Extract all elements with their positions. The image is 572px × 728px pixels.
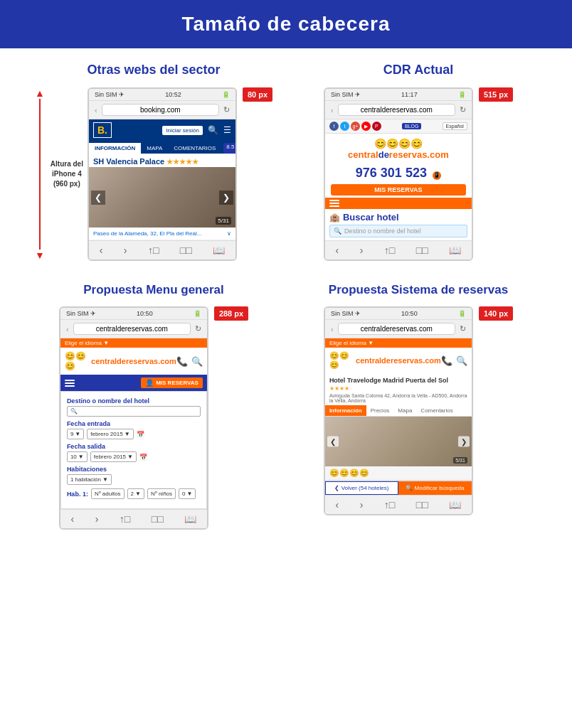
image-prev-btn[interactable]: ❮ xyxy=(91,191,105,205)
blog-btn[interactable]: BLOG xyxy=(402,123,421,129)
cdr-back-icon[interactable]: ‹ xyxy=(331,106,334,114)
lang-btn[interactable]: Español xyxy=(443,122,467,130)
expand-icon[interactable]: ∨ xyxy=(227,230,231,237)
fecha-entrada-month-select[interactable]: febrero 2015 ▼ xyxy=(87,429,133,439)
cdr-nav-back[interactable]: ‹ xyxy=(336,245,339,256)
nav-bookmarks[interactable]: 📖 xyxy=(213,245,225,256)
menu-nav-tabs[interactable]: □□ xyxy=(152,513,164,525)
reservas-search-icon[interactable]: 🔍 xyxy=(456,355,467,366)
pinterest-icon[interactable]: P xyxy=(372,122,381,131)
ninos-select[interactable]: 0 ▼ xyxy=(179,488,196,499)
menu-h-line-3 xyxy=(65,385,75,387)
tab-info[interactable]: INFORMACIÓN xyxy=(89,143,141,154)
search-icon: 🔍 xyxy=(334,228,341,235)
calendar-salida-icon[interactable]: 📅 xyxy=(139,454,147,461)
calendar-entrada-icon[interactable]: 📅 xyxy=(137,431,144,438)
tab-mapa[interactable]: Mapa xyxy=(393,405,416,416)
reservas-url-input[interactable] xyxy=(338,323,455,335)
cdr-refresh-icon[interactable]: ↻ xyxy=(460,105,466,114)
booking-search-icon[interactable]: 🔍 xyxy=(208,125,218,135)
menu-nav-back[interactable]: ‹ xyxy=(71,513,75,525)
col-menu-general: Propuesta Menu general Sin SIM ✈ 10:50 🔋… xyxy=(28,282,279,530)
menu-refresh-icon[interactable]: ↻ xyxy=(195,324,201,333)
reservas-elige-idioma-bar: Elige el idioma ▼ xyxy=(325,338,472,348)
page-header: Tamaño de cabecera xyxy=(0,0,572,48)
volver-btn[interactable]: ❮ Volver (54 hoteles) xyxy=(325,481,398,495)
fecha-salida-month-select[interactable]: febrero 2015 ▼ xyxy=(90,451,137,462)
image-next-btn[interactable]: ❯ xyxy=(219,191,233,205)
booking-signin-btn[interactable]: Iniciar sesión xyxy=(162,126,203,135)
reservas-iphone-navbar: ‹ › ↑□ □□ 📖 xyxy=(325,495,472,514)
reservas-urlbar[interactable]: ‹ ↻ xyxy=(325,320,472,338)
section2-row: Propuesta Menu general Sin SIM ✈ 10:50 🔋… xyxy=(28,282,544,530)
px80-annotation: 80 px xyxy=(240,87,272,261)
facebook-icon[interactable]: f xyxy=(329,122,339,131)
tab-comentarios[interactable]: Comentarios xyxy=(416,405,457,416)
tab-mapa[interactable]: MAPA xyxy=(141,143,168,154)
cdr-hamburger-bar[interactable] xyxy=(325,198,472,209)
menu-nav-share[interactable]: ↑□ xyxy=(120,513,130,525)
menu-back-icon[interactable]: ‹ xyxy=(66,325,69,333)
reservas-nav-share[interactable]: ↑□ xyxy=(384,499,395,510)
nav-forward[interactable]: › xyxy=(124,245,127,256)
google-plus-icon[interactable]: g+ xyxy=(351,122,360,131)
menu-nav-bookmarks[interactable]: 📖 xyxy=(184,513,196,525)
nav-back[interactable]: ‹ xyxy=(100,245,103,256)
reservas-nav-tabs[interactable]: □□ xyxy=(416,499,428,510)
fecha-entrada-day-select[interactable]: 9 ▼ xyxy=(67,429,84,439)
booking-urlbar[interactable]: ‹ ↻ xyxy=(89,101,235,119)
detail-image-next[interactable]: ❯ xyxy=(458,437,470,447)
reservas-nav-bookmarks[interactable]: 📖 xyxy=(449,499,461,510)
cdr-nav-bookmarks[interactable]: 📖 xyxy=(449,245,461,256)
px515-badge: 515 px xyxy=(479,87,513,102)
h-line-2 xyxy=(329,203,339,204)
cdr-iphone-navbar: ‹ › ↑□ □□ 📖 xyxy=(325,240,472,259)
booking-logo: B. xyxy=(93,122,112,138)
habitaciones-select[interactable]: 1 habitación ▼ xyxy=(67,474,112,485)
booking-url-input[interactable] xyxy=(102,104,219,116)
youtube-icon[interactable]: ▶ xyxy=(361,122,371,131)
detail-image-prev[interactable]: ❮ xyxy=(327,437,339,447)
reservas-refresh-icon[interactable]: ↻ xyxy=(460,324,466,333)
menu-nav-forward[interactable]: › xyxy=(95,513,99,525)
hamburger-icon[interactable] xyxy=(329,200,339,207)
refresh-icon[interactable]: ↻ xyxy=(223,105,230,114)
menu-urlbar[interactable]: ‹ ↻ xyxy=(60,320,207,338)
cdr-nav-tabs[interactable]: □□ xyxy=(416,245,428,256)
menu-search-form: Destino o nombre del hotel 🔍 Fecha entra… xyxy=(60,391,207,509)
cdr-url-input[interactable] xyxy=(338,104,455,116)
modificar-busqueda-btn[interactable]: 🔍 Modificar búsqueda xyxy=(398,481,472,495)
adultos-select[interactable]: 2 ▼ xyxy=(127,488,144,499)
reservas-nav-forward[interactable]: › xyxy=(360,499,364,510)
reservas-back-icon[interactable]: ‹ xyxy=(331,325,334,333)
iphone4-annotation: ▲ ▼ xyxy=(35,87,45,261)
menu-mis-reservas-btn[interactable]: 👤 MIS RESERVAS xyxy=(141,378,203,388)
hotel-stars: ★★★★★ xyxy=(166,158,198,166)
reservas-nav-back[interactable]: ‹ xyxy=(336,499,339,510)
tab-comentarios[interactable]: COMENTARIOS xyxy=(168,143,221,154)
cdr-mis-reservas-btn[interactable]: MIS RESERVAS xyxy=(331,184,466,196)
tab-precios[interactable]: Precios xyxy=(366,405,394,416)
cdr-urlbar[interactable]: ‹ ↻ xyxy=(325,101,472,119)
cdr-nav-forward[interactable]: › xyxy=(360,245,364,256)
menu-url-input[interactable] xyxy=(73,323,191,335)
cdr-actual-title: CDR Actual xyxy=(383,63,453,77)
search-glass-icon[interactable]: 🔍 xyxy=(191,356,203,367)
nav-share[interactable]: ↑□ xyxy=(148,245,159,256)
twitter-icon[interactable]: t xyxy=(340,122,349,131)
phone-call-icon[interactable]: 📞 xyxy=(176,356,188,367)
cdr-nav-share[interactable]: ↑□ xyxy=(384,245,395,256)
menu-hamburger-icon[interactable] xyxy=(65,380,75,387)
destino-input[interactable]: 🔍 xyxy=(67,406,201,417)
iphone4-label: Altura deliPhone 4(960 px) xyxy=(51,87,83,261)
nav-tabs[interactable]: □□ xyxy=(180,245,192,256)
phone-icon[interactable]: 📱 xyxy=(433,171,441,180)
reservas-detail-tabs: Información Precios Mapa Comentarios xyxy=(325,405,472,417)
fecha-salida-day-select[interactable]: 10 ▼ xyxy=(67,451,88,462)
back-icon[interactable]: ‹ xyxy=(95,106,97,114)
booking-menu-icon[interactable]: ☰ xyxy=(223,125,231,135)
tab-informacion[interactable]: Información xyxy=(325,405,366,416)
reservas-phone-icon[interactable]: 📞 xyxy=(441,355,452,366)
px140-badge: 140 px xyxy=(479,306,513,321)
cdr-destino-input[interactable]: 🔍 Destino o nombre del hotel xyxy=(329,225,467,237)
